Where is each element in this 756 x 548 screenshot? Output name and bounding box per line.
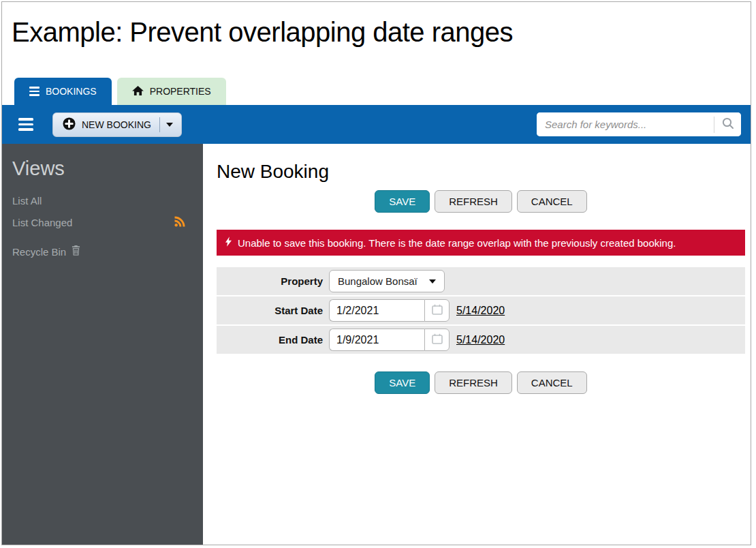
tab-properties-label: PROPERTIES [150,86,211,97]
sidebar-heading: Views [12,157,185,180]
calendar-icon [432,304,443,317]
property-label: Property [217,275,323,287]
save-button[interactable]: SAVE [375,190,430,213]
end-date-row: End Date 5/14/2020 [217,326,745,354]
end-date-link[interactable]: 5/14/2020 [456,334,505,346]
list-changed-label: List Changed [12,217,72,228]
start-date-row: Start Date 5/14/2020 [217,296,745,324]
refresh-button[interactable]: REFRESH [435,371,512,394]
search-icon [722,117,734,132]
trash-icon [72,245,80,258]
menu-icon [29,87,40,96]
home-icon [132,86,144,97]
property-row: Property Bungalow Bonsaï [217,267,745,295]
end-date-input[interactable] [329,329,424,351]
search-button[interactable] [714,112,741,136]
save-button[interactable]: SAVE [375,371,430,394]
button-divider [159,117,160,132]
refresh-button[interactable]: REFRESH [435,190,512,213]
cancel-button[interactable]: CANCEL [517,371,587,394]
calendar-icon [432,333,443,346]
tab-bookings-label: BOOKINGS [46,86,97,97]
tab-bar: BOOKINGS PROPERTIES [14,78,226,105]
error-message: Unable to save this booking. There is th… [238,237,676,249]
content-heading: New Booking [217,161,745,183]
rss-icon[interactable] [174,216,185,229]
start-date-input[interactable] [329,299,424,322]
property-select-value: Bungalow Bonsaï [338,275,418,287]
body-row: Views List All List Changed Recycle Bin … [2,144,751,545]
error-banner: Unable to save this booking. There is th… [217,230,745,256]
sidebar-item-recycle-bin[interactable]: Recycle Bin [12,245,185,258]
page-title: Example: Prevent overlapping date ranges [12,17,513,48]
search-box [537,112,741,136]
page-header: Example: Prevent overlapping date ranges… [2,2,751,105]
cancel-button[interactable]: CANCEL [517,190,587,213]
toolbar: NEW BOOKING [2,105,751,144]
chevron-down-icon[interactable] [166,123,173,127]
list-all-label: List All [12,195,42,207]
tab-bookings[interactable]: BOOKINGS [14,78,112,105]
start-date-label: Start Date [217,305,323,316]
top-button-row: SAVE REFRESH CANCEL [217,190,745,213]
recycle-bin-label: Recycle Bin [12,246,66,258]
new-booking-button[interactable]: NEW BOOKING [52,112,182,137]
sidebar-item-list-changed[interactable]: List Changed [12,216,185,229]
select-caret-icon [429,279,436,284]
booking-form: Property Bungalow Bonsaï Start Date [217,267,745,354]
main-content: New Booking SAVE REFRESH CANCEL Unable t… [203,144,751,545]
hamburger-menu-icon[interactable] [18,118,33,131]
bottom-button-row: SAVE REFRESH CANCEL [217,371,745,394]
tab-properties[interactable]: PROPERTIES [117,78,226,105]
start-date-calendar-button[interactable] [424,299,450,322]
start-date-link[interactable]: 5/14/2020 [456,305,505,317]
plus-circle-icon [63,117,76,132]
end-date-label: End Date [217,334,323,346]
end-date-calendar-button[interactable] [424,329,450,351]
app-window: Example: Prevent overlapping date ranges… [1,1,751,545]
property-select[interactable]: Bungalow Bonsaï [329,270,445,292]
new-booking-label: NEW BOOKING [82,119,151,130]
search-input[interactable] [537,112,714,136]
sidebar: Views List All List Changed Recycle Bin [2,144,203,545]
lightning-bolt-icon [225,237,232,249]
sidebar-item-list-all[interactable]: List All [12,195,185,207]
